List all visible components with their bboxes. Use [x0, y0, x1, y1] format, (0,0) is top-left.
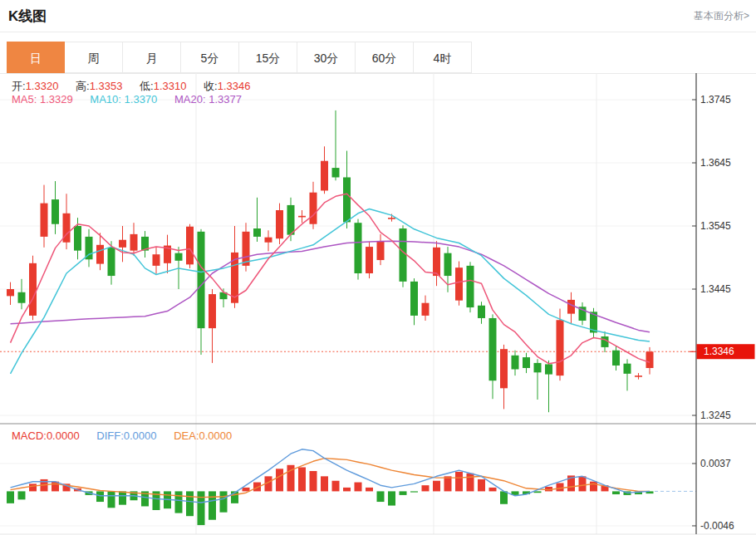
macd-bar: [377, 491, 385, 502]
candle-body: [646, 351, 654, 368]
low-label: 低:: [140, 80, 154, 92]
dea-line: [11, 459, 650, 498]
macd-axis-label: 0.0037: [700, 458, 731, 469]
candle-body: [433, 248, 440, 276]
macd-bar: [410, 491, 418, 492]
diff-value: 0.0000: [124, 429, 157, 442]
ma20-value: 1.3377: [209, 93, 242, 106]
macd-bar: [108, 491, 115, 508]
macd-bar: [29, 483, 37, 491]
price-axis-label: 1.3745: [700, 94, 731, 106]
macd-axis-label: -0.0046: [700, 520, 734, 532]
candle-body: [41, 204, 48, 237]
open-label: 开:: [12, 80, 26, 92]
close-value: 1.3346: [218, 80, 251, 92]
candle-body: [209, 294, 216, 328]
candle-body: [119, 240, 126, 248]
ma10-line: [11, 209, 650, 374]
candle-body: [422, 303, 430, 316]
candle-body: [276, 210, 283, 238]
ma-readout: MA5: 1.3329 MA10: 1.3370 MA20: 1.3377: [12, 93, 256, 106]
candle-body: [523, 357, 530, 368]
ma5-line: [11, 194, 650, 364]
candle-body: [512, 356, 519, 370]
open-value: 1.3320: [26, 80, 59, 92]
ma10-label: MA10:: [90, 93, 121, 106]
last-price-tag-label: 1.3346: [704, 346, 734, 357]
candle-body: [388, 218, 395, 219]
ma5-value: 1.3329: [40, 93, 73, 106]
macd-bar: [321, 476, 328, 491]
high-label: 高:: [76, 80, 90, 92]
candle-body: [310, 193, 317, 224]
macd-bar: [96, 491, 104, 502]
macd-bar: [489, 488, 497, 492]
candle-body: [265, 238, 272, 243]
candle-body: [287, 205, 295, 235]
macd-bar: [332, 481, 340, 492]
macd-bar: [186, 491, 194, 516]
macd-bar: [198, 491, 205, 525]
macd-bar: [243, 488, 250, 492]
candle-body: [52, 199, 59, 224]
macd-bar: [119, 491, 126, 504]
close-label: 收:: [204, 80, 218, 92]
macd-bar: [366, 488, 373, 492]
macd-bar: [557, 483, 564, 491]
candle-body: [545, 364, 552, 374]
macd-bar: [343, 488, 351, 492]
candle-body: [635, 375, 642, 377]
macd-bar: [310, 471, 317, 491]
diff-label: DIFF:: [96, 429, 124, 442]
ma10-value: 1.3370: [125, 93, 158, 106]
macd-readout: MACD:0.0000 DIFF:0.0000 DEA:0.0000: [12, 429, 246, 442]
ohlc-readout: 开:1.3320 高:1.3353 低:1.3310 收:1.3346: [12, 79, 264, 94]
macd-bar: [220, 491, 228, 512]
candle-body: [455, 268, 463, 301]
dea-label: DEA:: [174, 429, 199, 442]
candle-body: [467, 266, 474, 307]
candle-body: [355, 223, 362, 273]
kline-page: 1.37451.36451.35451.34451.32450.0037-0.0…: [0, 0, 756, 535]
candle-body: [444, 253, 452, 276]
price-axis-label: 1.3445: [700, 283, 731, 295]
high-value: 1.3353: [90, 80, 123, 92]
macd-bar: [579, 476, 587, 491]
candle-body: [534, 363, 542, 372]
macd-bar: [355, 483, 362, 492]
candle-body: [7, 289, 14, 296]
macd-bar: [400, 491, 407, 495]
macd-bar: [276, 469, 283, 491]
candle-body: [410, 282, 418, 316]
ma20-label: MA20:: [174, 93, 206, 106]
macd-bar: [18, 491, 26, 499]
low-value: 1.3310: [154, 80, 187, 92]
candle-body: [243, 232, 250, 266]
candle-body: [624, 364, 631, 374]
macd-bar: [422, 485, 430, 491]
candle-body: [377, 241, 385, 260]
candle-body: [198, 232, 205, 328]
candle-body: [186, 227, 194, 265]
macd-bar: [388, 491, 395, 505]
price-axis-label: 1.3545: [700, 220, 731, 232]
candle-body: [175, 253, 183, 261]
candle-body: [332, 168, 340, 177]
candle-body: [321, 161, 328, 191]
diff-line: [11, 449, 650, 503]
candle-body: [366, 247, 373, 273]
macd-bar: [534, 491, 542, 493]
candle-body: [130, 234, 138, 251]
candle-body: [500, 349, 508, 388]
dea-value: 0.0000: [199, 429, 233, 442]
candle-body: [108, 248, 115, 276]
macd-bar: [590, 482, 597, 492]
macd-bar: [478, 479, 485, 491]
candle-body: [18, 292, 26, 303]
candle-body: [29, 263, 37, 316]
macd-value: 0.0000: [47, 429, 80, 442]
candle-body: [400, 228, 407, 282]
candle-body: [253, 228, 261, 237]
macd-bar: [209, 491, 216, 519]
macd-bar: [455, 472, 463, 491]
